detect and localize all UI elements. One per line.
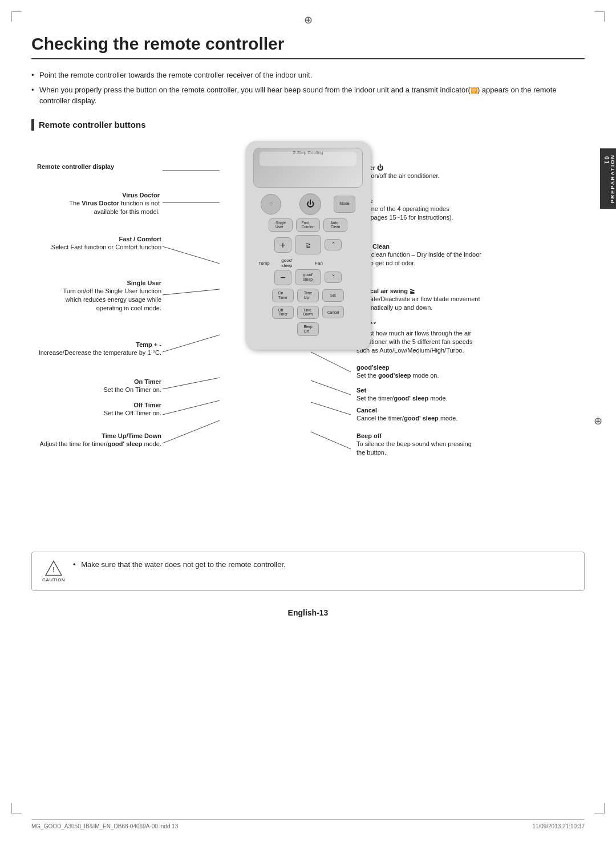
- svg-line-4: [163, 335, 220, 352]
- corner-mark-tr: [594, 11, 605, 22]
- remote-body: 2-Step Cooling ⁘ ⏻ Mode SingleUser FastC…: [245, 141, 371, 350]
- svg-line-15: [311, 402, 351, 415]
- btn-dots-icon[interactable]: ⁘: [261, 194, 281, 214]
- corner-mark-br: [594, 803, 605, 813]
- intro-bullets: Point the remote controller towards the …: [31, 70, 585, 107]
- svg-text:!: !: [52, 566, 55, 574]
- annot-temp-sub: Increase/Decrease the temperature by 1 °…: [39, 349, 161, 356]
- annot-time-updown-label: Time Up/Time Down: [102, 432, 161, 439]
- btn-vertical-swing[interactable]: ≧: [295, 235, 321, 254]
- svg-line-14: [311, 380, 351, 395]
- annot-cancel-sub: Cancel the timer/good' sleep mode.: [356, 415, 457, 422]
- btn-row-temp-label: Temp good'sleep Fan: [253, 258, 363, 268]
- annot-good-sleep: good'sleep Set the good'sleep mode on.: [356, 363, 573, 380]
- annot-single-user-label: Single User: [127, 280, 161, 286]
- annot-virus-doctor-sub: The Virus Doctor function is notavailabl…: [69, 200, 160, 215]
- svg-line-2: [163, 246, 220, 264]
- annot-beep-off-sub: To silence the beep sound when pressingt…: [356, 440, 472, 456]
- btn-power[interactable]: ⏻: [299, 193, 321, 215]
- compass-top-icon: ⊕: [304, 14, 313, 26]
- btn-row-7: BeepOff: [253, 322, 363, 336]
- btn-mode[interactable]: Mode: [334, 196, 355, 213]
- btn-single-user[interactable]: SingleUser: [269, 218, 293, 232]
- annot-vertical-swing-sub: Activate/Deactivate air flow blade movem…: [356, 295, 480, 311]
- annot-temp: Temp + - Increase/Decrease the temperatu…: [37, 341, 161, 358]
- btn-row-4: − good'sleep ˅: [253, 269, 363, 285]
- fan-label: Fan: [310, 261, 327, 266]
- btn-beep-off[interactable]: BeepOff: [297, 322, 319, 336]
- btn-set[interactable]: Set: [322, 289, 344, 302]
- page-number: English-13: [31, 608, 585, 617]
- svg-line-3: [163, 289, 220, 295]
- btn-time-down[interactable]: TimeDown: [297, 306, 319, 319]
- btn-auto-clean[interactable]: AutoClean: [323, 218, 347, 232]
- footer-file: MG_GOOD_A3050_IB&IM_EN_DB68-04069A-00.in…: [31, 823, 178, 829]
- footer-date: 11/09/2013 21:10:37: [532, 823, 585, 829]
- annot-power: Power ⏻ Turn on/off the air conditioner.: [356, 164, 573, 181]
- two-step-label: 2-Step Cooling: [293, 150, 323, 155]
- btn-temp-minus[interactable]: −: [274, 270, 291, 285]
- caution-triangle-icon: !: [44, 560, 63, 576]
- annot-virus-doctor-label: Virus Doctor: [122, 192, 160, 199]
- btn-off-timer[interactable]: OffTimer: [272, 306, 294, 319]
- caution-text: • Make sure that the water does not get …: [73, 560, 286, 569]
- annot-time-updown: Time Up/Time Down Adjust the time for ti…: [37, 432, 161, 449]
- btn-row-6: OffTimer TimeDown Cancel: [253, 306, 363, 319]
- btn-temp-plus[interactable]: +: [274, 237, 291, 253]
- svg-line-13: [311, 352, 351, 372]
- chapter-label: PREPARATION: [610, 154, 615, 203]
- caution-label: CAUTION: [42, 577, 65, 582]
- remote-controller: 2-Step Cooling ⁘ ⏻ Mode SingleUser FastC…: [245, 141, 371, 350]
- chapter-tab: 01 PREPARATION: [600, 148, 616, 209]
- caution-bullet: •: [73, 560, 76, 569]
- corner-mark-tl: [11, 11, 22, 22]
- page-title: Checking the remote controller: [31, 34, 585, 59]
- btn-row-3: + ≧ ˄: [253, 235, 363, 254]
- svg-line-6: [163, 400, 220, 415]
- annot-fan: Fan ˄˅ Adjust how much air flows through…: [356, 321, 573, 355]
- btn-good-sleep[interactable]: good'sleep: [295, 269, 321, 285]
- compass-right-icon: ⊕: [594, 415, 602, 427]
- btn-fast-comfort[interactable]: FastComfort: [296, 218, 320, 232]
- annot-auto-clean-sub: Auto clean function – Dry inside of the …: [356, 251, 481, 266]
- svg-line-16: [311, 432, 351, 449]
- caution-icon: ! CAUTION: [42, 560, 65, 582]
- annot-mode-sub: Set one of the 4 operating modes(see pag…: [356, 205, 453, 221]
- annot-set: Set Set the timer/good' sleep mode.: [356, 386, 573, 403]
- caution-message: Make sure that the water does not get to…: [81, 560, 285, 569]
- btn-time-up[interactable]: TimeUp: [297, 289, 319, 302]
- annot-cancel: Cancel Cancel the timer/good' sleep mode…: [356, 406, 573, 423]
- btn-fan-down[interactable]: ˅: [325, 272, 342, 283]
- annot-time-updown-sub: Adjust the time for timer/good' sleep mo…: [39, 440, 161, 447]
- intro-bullet-2: When you properly press the button on th…: [31, 84, 585, 107]
- diagram-area: Remote controller display Virus Doctor T…: [31, 141, 585, 535]
- annot-beep-off-label: Beep off: [356, 432, 382, 439]
- annot-fast-comfort-label: Fast / Comfort: [119, 236, 161, 242]
- annot-fast-comfort-sub: Select Fast function or Comfort function: [51, 244, 161, 250]
- annot-on-timer: On Timer Set the On Timer on.: [37, 378, 161, 395]
- section-heading-text: Remote controller buttons: [39, 120, 146, 129]
- svg-line-7: [163, 420, 220, 443]
- btn-row-2: SingleUser FastComfort AutoClean: [253, 218, 363, 232]
- good-sleep-label: good'sleep: [273, 258, 301, 268]
- svg-line-5: [163, 378, 220, 389]
- annot-good-sleep-label: good'sleep: [356, 364, 390, 371]
- corner-mark-bl: [11, 803, 22, 813]
- annot-set-label: Set: [356, 387, 366, 394]
- btn-row-5: OnTimer TimeUp Set: [253, 289, 363, 302]
- annot-off-timer-label: Off Timer: [133, 402, 161, 408]
- section-heading-bar: [31, 119, 34, 131]
- temp-label: Temp: [256, 261, 273, 266]
- annot-virus-doctor: Virus Doctor The Virus Doctor function i…: [37, 191, 160, 217]
- annot-remote-display: Remote controller display: [37, 163, 160, 171]
- btn-on-timer[interactable]: OnTimer: [272, 289, 294, 302]
- annot-mode: Mode Set one of the 4 operating modes(se…: [356, 197, 573, 222]
- btn-cancel[interactable]: Cancel: [322, 306, 344, 318]
- btn-row-1: ⁘ ⏻ Mode: [253, 193, 363, 215]
- annot-on-timer-sub: Set the On Timer on.: [104, 386, 162, 393]
- btn-fan-up[interactable]: ˄: [325, 239, 342, 250]
- annot-off-timer: Off Timer Set the Off Timer on.: [37, 401, 161, 418]
- page-footer: MG_GOOD_A3050_IB&IM_EN_DB68-04069A-00.in…: [31, 819, 585, 829]
- annot-off-timer-sub: Set the Off Timer on.: [104, 410, 161, 416]
- annot-auto-clean: Auto Clean Auto clean function – Dry ins…: [356, 242, 573, 268]
